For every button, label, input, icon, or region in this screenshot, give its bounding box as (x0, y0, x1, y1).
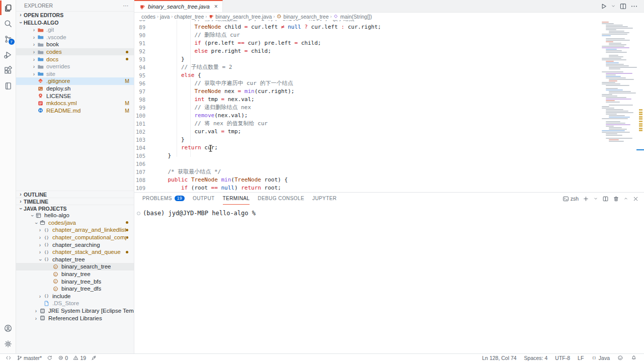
tree-item-codesjava[interactable]: › codes/java (16, 219, 134, 227)
panel-tab-output[interactable]: OUTPUT (193, 193, 215, 205)
breadcrumb-item[interactable]: chapter_tree (174, 14, 204, 20)
tree-item-docs[interactable]: › docs (16, 55, 134, 63)
status-item-spaces-4[interactable]: Spaces: 4 (522, 355, 550, 361)
panel-tab-terminal[interactable]: TERMINAL (223, 193, 250, 205)
code-line-101[interactable]: 101 // 将 nex 的值复制给 cur (134, 120, 599, 128)
activity-settings-gear[interactable] (0, 336, 16, 351)
status-item-ln-128-col-74[interactable]: Ln 128, Col 74 (479, 355, 519, 361)
status-item-utf-8[interactable]: UTF-8 (552, 355, 573, 361)
status-item-remote[interactable] (3, 355, 14, 361)
activity-files[interactable] (0, 0, 16, 16)
status-item-rocket[interactable] (89, 355, 100, 361)
status-item-java[interactable]: {}Java (589, 355, 612, 361)
section-open-editors[interactable]: › OPEN EDITORS (16, 11, 134, 19)
code-line-96[interactable]: 96 // 获取中序遍历中 cur 的下一个结点 (134, 79, 599, 87)
tree-item-site[interactable]: › site (16, 70, 134, 78)
tree-item-binary_search_tree[interactable]: C binary_search_tree (16, 263, 134, 270)
tree-item-include[interactable]: › {} include (16, 293, 134, 300)
status-item-bell[interactable] (628, 355, 639, 361)
tree-item-gitignore[interactable]: .gitignore M (16, 77, 134, 85)
code-line-102[interactable]: 102 cur.val = tmp; (134, 128, 599, 136)
code-line-93[interactable]: 93 } (134, 55, 599, 63)
activity-extensions[interactable] (0, 62, 16, 78)
code-line-90[interactable]: 90 // 删除结点 cur (134, 31, 599, 39)
tree-item-deploysh[interactable]: deploy.sh (16, 85, 134, 93)
code-line-97[interactable]: 97 TreeNode nex = min(cur.right); (134, 87, 599, 96)
breadcrumb-item[interactable]: Cbinary_search_tree (276, 14, 329, 20)
code-line-107[interactable]: 107 /* 获取最小结点 */ (134, 168, 599, 176)
activity-account[interactable] (0, 320, 16, 336)
terminal[interactable]: (base) jyd@JYD-MBP hello-algo % (134, 205, 644, 217)
panel-action-trash[interactable] (613, 196, 619, 202)
tree-item-book[interactable]: › book (16, 41, 134, 48)
close-icon[interactable]: × (214, 3, 218, 10)
panel-action-plus[interactable] (583, 196, 589, 202)
code-area[interactable]: 88 // 当子结点数量 = 0 / 1 时， child = null / 该… (134, 20, 599, 192)
code-line-108[interactable]: 108 public TreeNode min(TreeNode root) { (134, 176, 599, 184)
status-item-sync[interactable] (44, 355, 55, 361)
code-line-92[interactable]: 92 else pre.right = child; (134, 47, 599, 55)
activity-search[interactable] (0, 16, 16, 31)
tree-item-JRESystemLibraryEclipseTemurin1717[interactable]: › JRE System Library [Eclipse Temurin 17… (16, 307, 134, 315)
code-line-103[interactable]: 103 } (134, 136, 599, 144)
panel-action-chevron-down[interactable] (593, 196, 598, 201)
tree-item-hello-algo[interactable]: › hello-algo (16, 212, 134, 219)
panel-action-close[interactable] (632, 196, 639, 202)
code-line-109[interactable]: 109 if (root == null) return root; (134, 184, 599, 192)
panel-tab-jupyter[interactable]: JUPYTER (312, 193, 337, 205)
tree-item-chapter_array_and_linkedlist[interactable]: › {} chapter_array_and_linkedlist (16, 226, 134, 234)
status-item-19[interactable]: 19 (70, 355, 89, 361)
code-line-100[interactable]: 100 remove(nex.val); (134, 112, 599, 120)
section-timeline[interactable]: ›TIMELINE (16, 198, 134, 205)
panel-tab-debug-console[interactable]: DEBUG CONSOLE (258, 193, 304, 205)
section-root-folder[interactable]: › HELLO-ALGO (16, 19, 134, 26)
breadcrumb-item[interactable]: codes (141, 14, 155, 20)
panel-action-split[interactable] (602, 196, 609, 202)
code-line-89[interactable]: 89 TreeNode child = cur.left ≠ null ? cu… (134, 23, 599, 31)
panel-action-chevron-up[interactable] (623, 196, 628, 201)
status-item-feedback[interactable] (615, 355, 626, 361)
section-outline[interactable]: ›OUTLINE (16, 191, 134, 198)
code-line-105[interactable]: 105 } (134, 152, 599, 160)
minimap[interactable] (601, 21, 636, 142)
panel-tab-problems[interactable]: PROBLEMS19 (142, 193, 185, 205)
code-line-104[interactable]: 104 return cur; (134, 144, 599, 152)
tree-item-git[interactable]: › .git (16, 26, 134, 34)
activity-run-debug[interactable] (0, 47, 16, 62)
code-line-106[interactable]: 106 (134, 160, 599, 168)
activity-source-control[interactable]: 7 (0, 31, 16, 47)
breadcrumb-item[interactable]: java (160, 14, 170, 20)
tree-item-READMEmd[interactable]: README.md M (16, 107, 134, 115)
status-item-0[interactable]: 0 (55, 355, 70, 361)
tab-binary-search-tree-java[interactable]: binary_search_tree.java × (134, 0, 223, 12)
tree-item-chapter_tree[interactable]: › {} chapter_tree (16, 256, 134, 263)
tree-item-chapter_computational_complexity[interactable]: › {} chapter_computational_complexity (16, 234, 134, 241)
tree-item-mkdocsyml[interactable]: mkdocs.yml M (16, 100, 134, 107)
tree-item-ReferencedLibraries[interactable]: › Referenced Libraries (16, 314, 134, 322)
status-item-lf[interactable]: LF (575, 355, 586, 361)
code-line-94[interactable]: 94 // 子结点数量 = 2 (134, 63, 599, 71)
tree-item-chapter_searching[interactable]: › {} chapter_searching (16, 241, 134, 248)
breadcrumb-item[interactable]: main(String[]) (333, 14, 372, 20)
panel-action-terminal[interactable]: zsh (562, 196, 579, 202)
tree-item-chapter_stack_and_queue[interactable]: › {} chapter_stack_and_queue (16, 248, 134, 256)
tree-item-LICENSE[interactable]: LICENSE (16, 92, 134, 100)
terminal-prompt: (base) jyd@JYD-MBP hello-algo % (143, 209, 256, 217)
tree-item-binary_tree_dfs[interactable]: C binary_tree_dfs (16, 285, 134, 293)
tree-item-vscode[interactable]: › .vscode (16, 34, 134, 41)
svg-text:{}: {} (44, 242, 49, 247)
activity-notebook[interactable] (0, 78, 16, 94)
code-line-91[interactable]: 91 if (pre.left == cur) pre.left = child… (134, 39, 599, 47)
breadcrumb-item[interactable]: binary_search_tree.java (208, 14, 272, 20)
status-item-master-[interactable]: master* (14, 355, 45, 361)
code-line-98[interactable]: 98 int tmp = nex.val; (134, 96, 599, 104)
code-line-99[interactable]: 99 // 递归删除结点 nex (134, 104, 599, 112)
tree-item-binary_tree_bfs[interactable]: C binary_tree_bfs (16, 278, 134, 285)
section-java-projects[interactable]: ›JAVA PROJECTS (16, 205, 134, 212)
more-actions-icon[interactable]: ⋯ (123, 3, 129, 9)
tree-item-binary_tree[interactable]: C binary_tree (16, 270, 134, 278)
tree-item-overrides[interactable]: › overrides (16, 63, 134, 70)
code-line-95[interactable]: 95 else { (134, 71, 599, 79)
tree-item-codes[interactable]: › codes (16, 48, 134, 56)
tree-item-DS_Store[interactable]: .DS_Store (16, 300, 134, 307)
